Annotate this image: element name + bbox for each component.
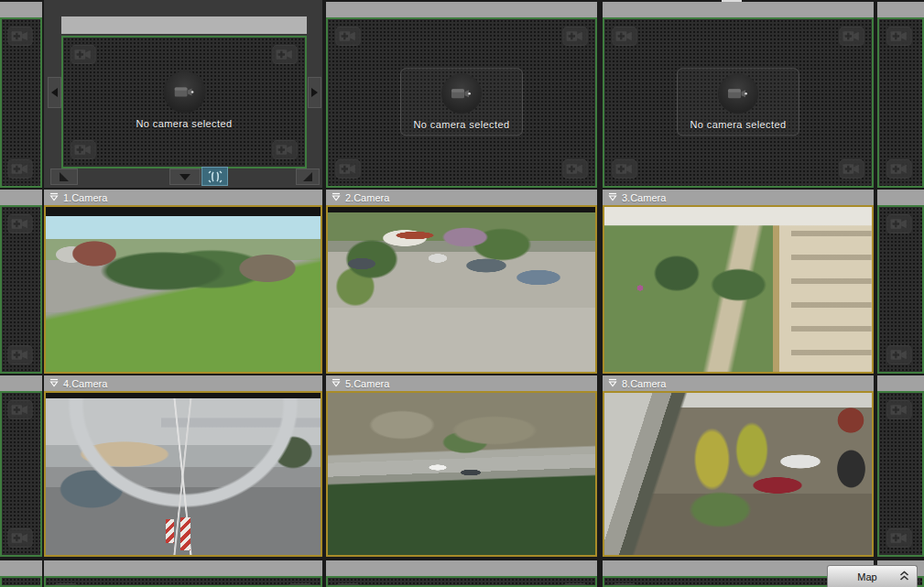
add-camera-icon[interactable] <box>612 27 637 46</box>
empty-view-area[interactable] <box>877 205 924 374</box>
camera-video-5[interactable] <box>328 393 595 555</box>
empty-view-item-right-r2[interactable] <box>877 375 924 557</box>
camera-video-3[interactable] <box>604 207 872 372</box>
view-item-titlebar <box>326 2 597 17</box>
add-camera-icon[interactable] <box>562 583 588 587</box>
camera-view-item-4[interactable]: 4.Camera <box>44 375 322 557</box>
camera-video-area[interactable] <box>603 391 874 557</box>
no-camera-text: No camera selected <box>690 119 786 130</box>
add-camera-icon[interactable] <box>71 140 96 159</box>
resize-bottom-left-handle[interactable] <box>50 168 78 185</box>
previous-camera-button[interactable] <box>48 77 61 108</box>
empty-view-area[interactable]: No camera selected <box>603 17 874 188</box>
add-camera-icon[interactable] <box>335 159 361 179</box>
camera-titlebar-3[interactable]: 3.Camera <box>603 190 874 205</box>
add-camera-icon[interactable] <box>288 583 313 587</box>
add-camera-icon[interactable] <box>612 159 637 179</box>
arrow-right-icon <box>311 88 318 97</box>
empty-view-item-r0c2[interactable]: No camera selected <box>326 2 597 188</box>
camera-view-item-2[interactable]: 2.Camera <box>326 190 597 374</box>
move-icon <box>208 170 223 183</box>
add-camera-icon[interactable] <box>886 214 912 234</box>
add-camera-icon[interactable] <box>886 400 912 419</box>
empty-view-area[interactable] <box>0 391 42 557</box>
camera-indicator-icon <box>608 192 617 203</box>
camera-video-area[interactable] <box>326 391 597 557</box>
camera-title: 2.Camera <box>345 192 389 203</box>
camera-title: 3.Camera <box>622 192 666 203</box>
camera-titlebar-2[interactable]: 2.Camera <box>326 190 597 205</box>
camera-title: 5.Camera <box>345 378 389 389</box>
empty-view-item-left-r1[interactable] <box>0 190 42 374</box>
camera-indicator-icon <box>608 378 617 389</box>
view-item-titlebar[interactable] <box>61 16 307 34</box>
add-camera-icon[interactable] <box>839 27 864 46</box>
add-camera-icon[interactable] <box>53 583 79 587</box>
add-camera-icon[interactable] <box>562 27 588 46</box>
next-camera-button[interactable] <box>308 77 321 108</box>
empty-view-item-r0c3[interactable]: No camera selected <box>603 2 874 188</box>
camera-video-4[interactable] <box>46 398 321 555</box>
empty-view-item-left-r2[interactable] <box>0 375 42 557</box>
empty-view-area[interactable] <box>877 17 924 188</box>
empty-view-area[interactable] <box>0 17 42 188</box>
add-camera-icon[interactable] <box>7 27 33 46</box>
empty-view-item-left-r0[interactable] <box>0 2 42 188</box>
camera-titlebar-5[interactable]: 5.Camera <box>326 375 597 391</box>
add-camera-icon[interactable] <box>7 528 33 548</box>
add-camera-icon[interactable] <box>7 159 33 179</box>
view-item-titlebar <box>603 2 874 17</box>
add-camera-icon[interactable] <box>71 45 96 64</box>
empty-view-item-right-r0[interactable] <box>877 2 924 188</box>
empty-view-item-right-r1[interactable] <box>877 190 924 374</box>
camera-view-item-1[interactable]: 1.Camera <box>44 190 322 374</box>
add-camera-icon[interactable] <box>272 140 298 159</box>
camera-view-item-3[interactable]: 3.Camera <box>603 190 874 374</box>
add-camera-icon[interactable] <box>612 583 637 587</box>
selected-empty-view-item[interactable]: No camera selected <box>44 0 322 188</box>
camera-video-area[interactable] <box>44 205 322 374</box>
camera-title: 8.Camera <box>622 378 666 389</box>
add-camera-icon[interactable] <box>562 159 588 179</box>
empty-view-area[interactable] <box>0 205 42 374</box>
empty-view-area[interactable] <box>326 576 597 587</box>
camera-video-8[interactable] <box>604 393 872 555</box>
empty-view-area[interactable]: No camera selected <box>326 17 597 188</box>
collapse-view-button[interactable] <box>169 168 201 185</box>
empty-view-area[interactable] <box>0 576 42 587</box>
empty-view-item-r3c2[interactable] <box>326 560 597 587</box>
camera-video-1[interactable] <box>46 216 321 372</box>
add-camera-icon[interactable] <box>7 400 33 419</box>
add-camera-icon[interactable] <box>7 345 33 364</box>
move-view-handle[interactable] <box>201 167 228 186</box>
add-camera-icon[interactable] <box>886 345 912 364</box>
add-camera-icon[interactable] <box>886 159 912 179</box>
camera-titlebar-1[interactable]: 1.Camera <box>44 190 322 205</box>
camera-view-item-8[interactable]: 8.Camera <box>603 375 874 557</box>
camera-indicator-icon <box>49 378 59 389</box>
add-camera-icon[interactable] <box>335 27 361 46</box>
camera-titlebar-4[interactable]: 4.Camera <box>44 375 322 391</box>
resize-bottom-right-handle[interactable] <box>296 168 320 185</box>
camera-view-item-5[interactable]: 5.Camera <box>326 375 597 557</box>
empty-view-item-left-r3[interactable] <box>0 560 42 587</box>
empty-view-area[interactable]: No camera selected <box>61 36 307 168</box>
camera-video-area[interactable] <box>326 205 597 374</box>
view-item-titlebar <box>0 190 42 205</box>
camera-titlebar-8[interactable]: 8.Camera <box>603 375 874 391</box>
add-camera-icon[interactable] <box>886 27 912 46</box>
add-camera-icon[interactable] <box>272 45 298 64</box>
add-camera-icon[interactable] <box>886 528 912 548</box>
add-camera-icon[interactable] <box>7 214 33 234</box>
empty-view-area[interactable] <box>877 391 924 557</box>
add-camera-icon[interactable] <box>335 583 361 587</box>
camera-indicator-icon <box>332 378 341 389</box>
camera-video-area[interactable] <box>44 391 322 557</box>
map-panel-button[interactable]: Map <box>827 565 918 587</box>
camera-placeholder-icon <box>163 71 205 113</box>
camera-video-2[interactable] <box>328 212 595 372</box>
empty-view-item-r3c1[interactable] <box>44 560 322 587</box>
empty-view-area[interactable] <box>44 576 322 587</box>
camera-video-area[interactable] <box>603 205 874 374</box>
add-camera-icon[interactable] <box>839 159 864 179</box>
